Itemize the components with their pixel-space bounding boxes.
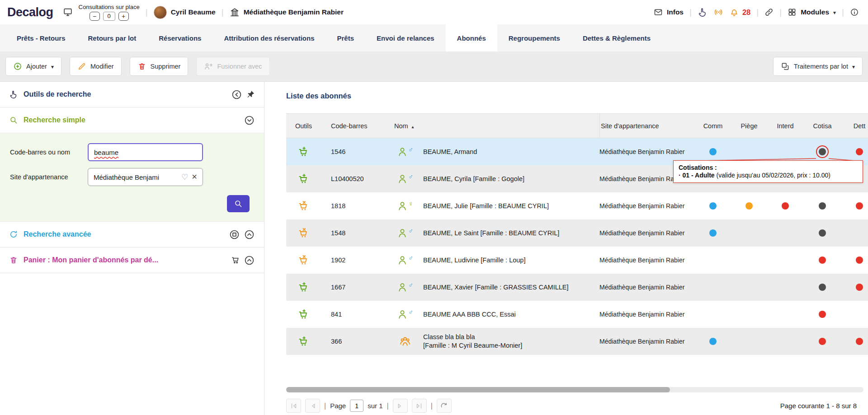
- search-button[interactable]: [227, 195, 250, 212]
- dot-dett[interactable]: [856, 338, 863, 345]
- collapse-panel-icon[interactable]: [231, 89, 242, 100]
- barcode-label: Code-barres ou nom: [10, 149, 88, 156]
- subscriber-name: Classe bla bla bla: [423, 333, 475, 341]
- col-cotisa[interactable]: Cotisa: [803, 114, 841, 138]
- table-row[interactable]: 841♂BEAUME AAA BBB CCC, EssaiMédiathèque…: [286, 301, 868, 328]
- simple-search-header[interactable]: Recherche simple: [0, 107, 264, 133]
- tab-envoi-de-relances[interactable]: Envoi de relances: [365, 24, 446, 51]
- cart-remove-icon[interactable]: [298, 201, 309, 211]
- tab-prets[interactable]: Prêts: [326, 24, 365, 51]
- dot-cotisa[interactable]: [819, 229, 826, 237]
- dot-cotisa[interactable]: [819, 148, 826, 155]
- signal-icon[interactable]: [713, 7, 723, 17]
- page-summary: Page courante 1 - 8 sur 8: [780, 402, 863, 410]
- col-comm[interactable]: Comm: [695, 114, 731, 138]
- info-icon[interactable]: [850, 8, 859, 17]
- name-cell: BEAUME, Armand: [423, 138, 599, 165]
- hand-icon[interactable]: [698, 7, 708, 17]
- batch-button[interactable]: Traitements par lot: [773, 57, 863, 76]
- tab-attribution-des-reservations[interactable]: Attribution des réservations: [212, 24, 326, 51]
- dot-comm[interactable]: [709, 202, 717, 210]
- clear-icon[interactable]: [192, 173, 197, 181]
- barcode-input[interactable]: beaume: [88, 143, 203, 161]
- dot-cotisa[interactable]: [819, 202, 826, 210]
- tab-prets-retours[interactable]: Prêts - Retours: [5, 24, 77, 51]
- cart-add-icon[interactable]: [298, 282, 309, 293]
- favorite-icon[interactable]: [181, 173, 188, 182]
- merge-button[interactable]: Fusionner avec: [196, 57, 269, 76]
- edit-button[interactable]: Modifier: [70, 57, 122, 76]
- dot-cotisa[interactable]: [819, 256, 826, 264]
- dot-dett[interactable]: [856, 148, 863, 155]
- last-page-button[interactable]: [412, 399, 427, 413]
- cart-icon[interactable]: [231, 256, 240, 265]
- next-page-button[interactable]: [393, 399, 408, 413]
- site-cell: Médiathèque Benjamin Rabier: [599, 301, 695, 328]
- dot-dett[interactable]: [856, 256, 863, 264]
- col-dett[interactable]: Dett: [841, 114, 868, 138]
- page-input[interactable]: [350, 400, 363, 412]
- cart-add-icon[interactable]: [298, 336, 309, 347]
- link-icon[interactable]: [764, 8, 774, 17]
- dot-interd-cell: [767, 192, 803, 219]
- col-code-barres[interactable]: Code-barres: [320, 114, 387, 138]
- add-button[interactable]: Ajouter: [5, 57, 61, 76]
- dot-dett[interactable]: [856, 284, 863, 291]
- dot-cotisa[interactable]: [819, 284, 826, 291]
- delete-button[interactable]: Supprimer: [130, 57, 189, 76]
- tab-regroupements[interactable]: Regroupements: [497, 24, 571, 51]
- dot-comm[interactable]: [709, 148, 717, 155]
- basket-header[interactable]: Panier : Mon panier d'abonnés par dé...: [0, 247, 264, 273]
- table-row[interactable]: 1548♂BEAUME, Le Saint [Famille : BEAUME …: [286, 219, 868, 247]
- cart-add-icon[interactable]: [298, 309, 309, 320]
- refresh-button[interactable]: [437, 399, 452, 413]
- cart-add-icon[interactable]: [298, 146, 309, 157]
- col-interd[interactable]: Interd: [767, 114, 803, 138]
- pin-icon[interactable]: [246, 90, 255, 99]
- col-piege[interactable]: Piège: [731, 114, 767, 138]
- site-select[interactable]: Médiathèque Benjami: [88, 168, 203, 186]
- consultations-count[interactable]: 0: [103, 12, 115, 21]
- tab-dettes-reglements[interactable]: Dettes & Règlements: [571, 24, 662, 51]
- cart-add-icon[interactable]: [298, 173, 309, 184]
- increment-button[interactable]: [118, 12, 129, 21]
- table-row[interactable]: 1818♀BEAUME, Julie [Famille : BEAUME CYR…: [286, 192, 868, 219]
- decrement-button[interactable]: [90, 12, 100, 21]
- cart-remove-icon[interactable]: [298, 255, 309, 266]
- dot-comm[interactable]: [709, 338, 717, 345]
- dot-interd[interactable]: [782, 202, 789, 210]
- dot-comm[interactable]: [709, 229, 717, 237]
- dot-cotisa[interactable]: [819, 338, 826, 345]
- table-row[interactable]: 1667♂BEAUME, Xavier [Famille : GRASSIES …: [286, 274, 868, 301]
- modules-menu[interactable]: Modules: [788, 8, 836, 17]
- dot-piege[interactable]: [745, 202, 753, 210]
- col-outils[interactable]: Outils: [286, 114, 320, 138]
- prev-page-button[interactable]: [305, 399, 320, 413]
- current-user[interactable]: Cyril Beaume: [154, 6, 216, 19]
- cart-remove-icon[interactable]: [298, 228, 309, 238]
- h-scrollbar[interactable]: [286, 387, 863, 392]
- simple-search-form: Code-barres ou nom beaume Site d'apparte…: [0, 133, 264, 222]
- col-nom[interactable]: Nom: [387, 114, 599, 138]
- tab-reservations[interactable]: Réservations: [147, 24, 212, 51]
- chevron-up-icon[interactable]: [244, 255, 255, 266]
- tab-retours-par-lot[interactable]: Retours par lot: [77, 24, 148, 51]
- window-icon[interactable]: [229, 229, 240, 240]
- dot-cotisa[interactable]: [819, 311, 826, 318]
- table-row[interactable]: 1902♂BEAUME, Ludivine [Famille : Loup]Mé…: [286, 247, 868, 274]
- user-avatar[interactable]: [154, 6, 167, 19]
- table-row[interactable]: 366Classe bla bla bla[Famille : M Cyril …: [286, 328, 868, 355]
- h-scrollbar-thumb[interactable]: [286, 387, 670, 392]
- chevron-down-icon[interactable]: [244, 115, 255, 126]
- tab-abonnes[interactable]: Abonnés: [446, 24, 497, 51]
- prev-page-icon: [309, 402, 317, 410]
- first-page-button[interactable]: [286, 399, 301, 413]
- notifications-button[interactable]: 28: [729, 7, 750, 17]
- male-icon: ♂: [408, 254, 413, 261]
- chevron-up-icon[interactable]: [244, 229, 255, 240]
- name-cell: BEAUME, Le Saint [Famille : BEAUME CYRIL…: [423, 219, 599, 247]
- infos-button[interactable]: Infos: [654, 8, 684, 17]
- col-site[interactable]: Site d'appartenance: [599, 114, 695, 138]
- advanced-search-header[interactable]: Recherche avancée: [0, 222, 264, 247]
- dot-dett[interactable]: [856, 202, 863, 210]
